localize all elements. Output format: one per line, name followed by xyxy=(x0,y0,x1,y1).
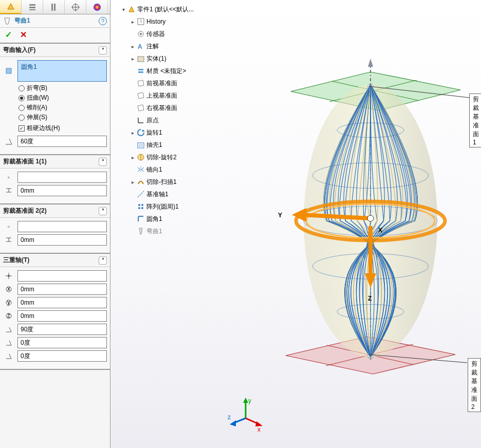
tab-feature[interactable] xyxy=(0,0,22,14)
section-triad-header[interactable]: 三重轴(T) ˄ xyxy=(0,254,110,267)
triad-cz[interactable] xyxy=(17,310,107,322)
tree-item-label: History xyxy=(146,18,165,25)
triad-rz[interactable] xyxy=(17,350,107,362)
triad-ry[interactable] xyxy=(17,337,107,348)
tree-item-icon xyxy=(137,178,145,186)
feature-tree: ▾ 零件1 (默认<<默认... ▸History传感器▸A注解▸实体(1)材质… xyxy=(121,3,224,237)
svg-point-29 xyxy=(141,207,143,209)
chevron-up-icon[interactable]: ˄ xyxy=(99,256,107,265)
plane-select-icon: ▫ xyxy=(3,174,14,181)
section-flex-input-header[interactable]: 弯曲输入(F) ˄ xyxy=(0,44,110,57)
tree-item[interactable]: 抽壳1 xyxy=(130,139,224,151)
trim2-selection[interactable] xyxy=(17,221,107,232)
svg-point-27 xyxy=(141,204,143,206)
tree-item[interactable]: ▸切除-扫描1 xyxy=(130,176,224,188)
callout-trim2[interactable]: 剪裁基准面 2 xyxy=(468,358,481,412)
ok-button[interactable]: ✓ xyxy=(5,30,12,40)
axis-y-label: Y xyxy=(278,212,282,219)
tree-item-label: 旋转1 xyxy=(146,128,162,137)
svg-line-25 xyxy=(138,191,144,197)
triad-origin-icon xyxy=(3,272,14,280)
tree-item[interactable]: 弯曲1 xyxy=(130,225,224,237)
feature-title-bar: 弯曲1 ? xyxy=(0,14,110,28)
tree-item[interactable]: 上视基准面 xyxy=(130,89,224,102)
tab-dimxpert[interactable] xyxy=(65,0,86,14)
trim1-selection[interactable] xyxy=(17,172,107,183)
triad-cx[interactable] xyxy=(17,284,107,295)
body-selection-box[interactable]: 圆角1 xyxy=(17,60,107,82)
radio-bend[interactable]: 折弯(B) xyxy=(18,84,107,92)
cancel-button[interactable]: ✕ xyxy=(20,30,27,40)
tree-item-icon xyxy=(137,79,145,87)
chevron-up-icon[interactable]: ˄ xyxy=(99,207,107,215)
view-triad[interactable]: y x z xyxy=(228,398,264,434)
tree-item[interactable]: 镜向1 xyxy=(130,163,224,176)
tab-appearance[interactable] xyxy=(86,0,108,14)
svg-rect-3 xyxy=(51,4,53,11)
triad-rx[interactable] xyxy=(17,324,107,335)
tab-config[interactable] xyxy=(43,0,65,14)
tree-item-label: 材质 <未指定> xyxy=(146,67,186,76)
tree-root[interactable]: ▾ 零件1 (默认<<默认... xyxy=(121,3,224,15)
angle-input[interactable] xyxy=(17,136,107,147)
tree-item[interactable]: ▸切除-旋转2 xyxy=(130,151,224,163)
radio-twist[interactable]: 扭曲(W) xyxy=(18,94,107,102)
tree-item[interactable]: 前视基准面 xyxy=(130,77,224,89)
tree-item-icon xyxy=(137,215,145,223)
tree-item[interactable]: ▸A注解 xyxy=(130,40,224,52)
tree-item-icon xyxy=(137,190,145,198)
feature-tab-icon xyxy=(6,2,15,11)
svg-text:z: z xyxy=(7,312,10,319)
tree-item-icon: A xyxy=(137,42,145,50)
svg-rect-23 xyxy=(139,144,143,147)
tree-item[interactable]: 圆角1 xyxy=(130,213,224,225)
tree-item[interactable]: ▸History xyxy=(130,15,224,28)
svg-marker-49 xyxy=(292,208,306,222)
trim1-distance[interactable] xyxy=(17,185,107,196)
tree-item-label: 前视基准面 xyxy=(146,79,177,88)
section-trim2-header[interactable]: 剪裁基准面 2(2) ˄ xyxy=(0,204,110,218)
section-title: 剪裁基准面 1(1) xyxy=(3,157,47,166)
svg-marker-21 xyxy=(142,129,145,132)
body-selection-icon xyxy=(3,66,14,76)
tree-item-icon xyxy=(137,54,145,63)
tree-item-icon xyxy=(137,227,145,235)
svg-marker-56 xyxy=(243,398,248,403)
flex-icon xyxy=(3,17,11,25)
tree-item-label: 弯曲1 xyxy=(146,227,162,236)
tree-item[interactable]: 传感器 xyxy=(130,28,224,40)
tree-item-icon xyxy=(137,30,145,38)
tab-list[interactable] xyxy=(22,0,43,14)
svg-point-9 xyxy=(8,275,10,277)
axis-x-label: X xyxy=(378,227,382,234)
svg-text:y: y xyxy=(7,298,10,306)
tree-item[interactable]: 阵列(圆周)1 xyxy=(130,200,224,213)
tree-item[interactable]: 右视基准面 xyxy=(130,102,224,114)
triad-cy[interactable] xyxy=(17,297,107,308)
trim2-distance[interactable] xyxy=(17,234,107,246)
axis-z-label: Z xyxy=(368,295,372,302)
radio-stretch[interactable]: 伸展(S) xyxy=(18,113,107,122)
viewport[interactable]: ▾ 零件1 (默认<<默认... ▸History传感器▸A注解▸实体(1)材质… xyxy=(110,0,481,448)
tree-item[interactable]: ▸实体(1) xyxy=(130,52,224,65)
tree-item[interactable]: 原点 xyxy=(130,114,224,126)
config-tab-icon xyxy=(49,3,59,12)
section-trim1-header[interactable]: 剪裁基准面 1(1) ˄ xyxy=(0,155,110,169)
tree-item-label: 圆角1 xyxy=(146,215,162,223)
checkbox-hardline[interactable]: ✓粗硬边线(H) xyxy=(18,124,107,133)
svg-rect-1 xyxy=(29,7,35,8)
chevron-up-icon[interactable]: ˄ xyxy=(99,46,107,54)
tree-item[interactable]: ▸旋转1 xyxy=(130,126,224,139)
tree-item[interactable]: 基准轴1 xyxy=(130,188,224,200)
confirm-bar: ✓ ✕ xyxy=(0,28,110,44)
svg-text:x: x xyxy=(7,285,10,292)
tree-item-label: 实体(1) xyxy=(146,54,166,63)
tree-item[interactable]: 材质 <未指定> xyxy=(130,65,224,77)
triad-origin[interactable] xyxy=(17,270,107,282)
tree-item-icon xyxy=(137,67,145,75)
callout-trim1[interactable]: 剪裁基准面 1 xyxy=(469,94,481,147)
list-tab-icon xyxy=(28,3,37,12)
radio-cone[interactable]: 锥削(A) xyxy=(18,103,107,112)
chevron-up-icon[interactable]: ˄ xyxy=(99,158,107,166)
help-icon[interactable]: ? xyxy=(99,17,107,25)
